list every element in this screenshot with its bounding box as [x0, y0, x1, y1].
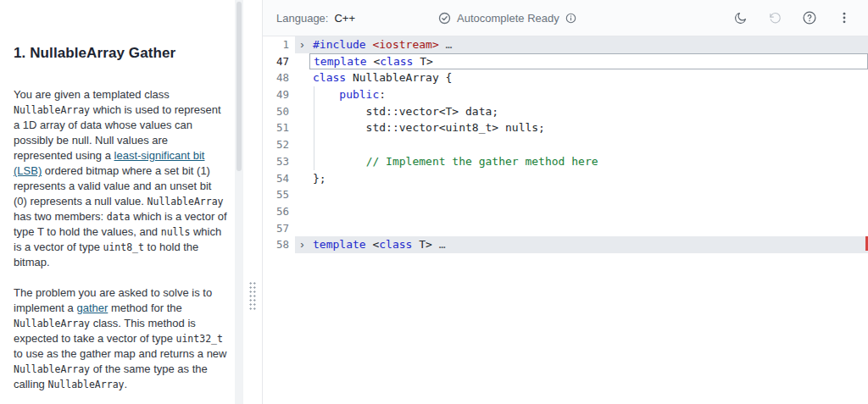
line-number: 54 [263, 170, 295, 187]
code-content: std::vector<T> data; [309, 103, 868, 120]
editor-panel: Language: C++ Autocomplete Ready [263, 0, 868, 404]
autocomplete-status-text: Autocomplete Ready [457, 12, 559, 25]
app-window: 1. NullableArray Gather You are given a … [0, 0, 868, 404]
code-token: }; [313, 172, 326, 185]
code-line-body: std::vector<T> data; [295, 103, 868, 120]
language-label: Language: [276, 12, 328, 25]
fold-gutter [295, 136, 309, 153]
code-content: class NullableArray { [309, 69, 868, 86]
code-token: class [313, 71, 346, 84]
fold-gutter [295, 53, 309, 70]
panel-resize-handle-icon[interactable] [249, 281, 257, 312]
code-line[interactable]: 54}; [263, 170, 868, 187]
fold-placeholder[interactable]: … [432, 238, 446, 251]
history-icon[interactable] [766, 9, 783, 26]
problem-paragraphs: You are given a templated class Nullable… [14, 87, 227, 392]
inline-code: uint8_t [103, 241, 144, 253]
line-number: 49 [263, 86, 295, 103]
kebab-menu-icon[interactable] [836, 9, 853, 26]
fold-gutter [295, 186, 309, 203]
code-line[interactable]: 48class NullableArray { [263, 69, 868, 86]
autocomplete-status: Autocomplete Ready [438, 12, 577, 25]
line-number: 55 [263, 186, 295, 203]
fold-placeholder[interactable]: … [439, 38, 453, 51]
code-token: std::vector<uint8_t> nulls; [313, 121, 545, 134]
code-content: template <class T> [309, 53, 868, 70]
code-content [309, 220, 868, 237]
info-icon[interactable] [565, 12, 577, 24]
inline-code: NullableArray [14, 318, 90, 329]
code-line[interactable]: 58›template <class T> … [263, 236, 868, 253]
fold-gutter [295, 119, 309, 136]
code-line[interactable]: 57 [263, 220, 868, 237]
check-circle-icon [438, 12, 451, 25]
inline-code: NullableArray [14, 104, 90, 116]
code-line-body: template <class T> [295, 53, 868, 70]
line-number: 51 [263, 119, 295, 136]
line-number: 48 [263, 69, 295, 86]
fold-gutter [295, 103, 309, 120]
code-line-body [295, 220, 868, 237]
code-content: std::vector<uint8_t> nulls; [309, 119, 868, 136]
code-lines: 1›#include <iostream> …47template <class… [263, 36, 868, 253]
code-line[interactable]: 49 public: [263, 86, 868, 103]
code-content: // Implement the gather method here [309, 153, 868, 170]
code-token: template [314, 55, 367, 68]
code-token: : [379, 88, 386, 101]
line-number: 50 [263, 103, 295, 120]
paragraph-text: method for the [108, 302, 181, 314]
code-token [313, 155, 366, 168]
paragraph-text: to use as the gather map and returns a n… [14, 347, 227, 360]
inline-code: data [107, 211, 131, 223]
line-number: 53 [263, 153, 295, 170]
code-line[interactable]: 1›#include <iostream> … [263, 36, 868, 53]
fold-gutter [295, 69, 309, 86]
problem-title: 1. NullableArray Gather [14, 45, 225, 62]
inline-code: NullableArray [47, 379, 124, 390]
inline-code: NullableArray [147, 196, 224, 208]
code-token [313, 88, 339, 101]
code-line-body: std::vector<uint8_t> nulls; [295, 119, 868, 136]
toolbar-icon-group [732, 9, 853, 26]
inline-code: uint32_t [176, 333, 223, 345]
code-line[interactable]: 56 [263, 203, 868, 220]
help-icon[interactable] [801, 9, 818, 26]
text-link[interactable]: gather [76, 302, 108, 314]
code-line-body: // Implement the gather method here [295, 153, 868, 170]
paragraph-text: You are given a templated class [14, 88, 170, 101]
fold-gutter [295, 220, 309, 237]
code-line[interactable]: 55 [263, 186, 868, 203]
paragraph-text: has two members: [14, 210, 107, 223]
fold-arrow-icon[interactable]: › [295, 36, 309, 53]
panel-divider [243, 0, 263, 404]
code-token: <iostream> [372, 38, 438, 51]
code-editor[interactable]: 1›#include <iostream> …47template <class… [263, 36, 868, 404]
code-line[interactable]: 53 // Implement the gather method here [263, 153, 868, 170]
code-line[interactable]: 50 std::vector<T> data; [263, 103, 868, 120]
code-line-body: }; [295, 170, 868, 187]
code-line[interactable]: 51 std::vector<uint8_t> nulls; [263, 119, 868, 136]
code-content [309, 136, 868, 153]
inline-code: nulls [161, 226, 191, 238]
code-token: #include [313, 38, 366, 51]
code-line[interactable]: 47template <class T> [263, 53, 868, 70]
dark-mode-icon[interactable] [732, 9, 748, 26]
code-line-body [295, 136, 868, 153]
language-select[interactable]: C++ [334, 12, 355, 25]
code-content: public: [309, 86, 868, 103]
code-content: #include <iostream> … [309, 36, 868, 53]
problem-scrollbar-thumb[interactable] [236, 2, 242, 171]
code-content: template <class T> … [309, 236, 868, 253]
inline-code: NullableArray [14, 363, 90, 375]
code-line[interactable]: 52 [263, 136, 868, 153]
problem-scrollbar[interactable] [235, 0, 243, 404]
code-token: // Implement the gather method here [366, 155, 598, 168]
code-token: class [380, 55, 413, 68]
fold-gutter [295, 170, 309, 187]
line-number: 56 [263, 203, 295, 220]
fold-arrow-icon[interactable]: › [295, 236, 309, 253]
code-token: < [366, 238, 380, 251]
code-token: template [313, 238, 366, 251]
code-token: < [367, 55, 381, 68]
code-content: }; [309, 170, 868, 187]
